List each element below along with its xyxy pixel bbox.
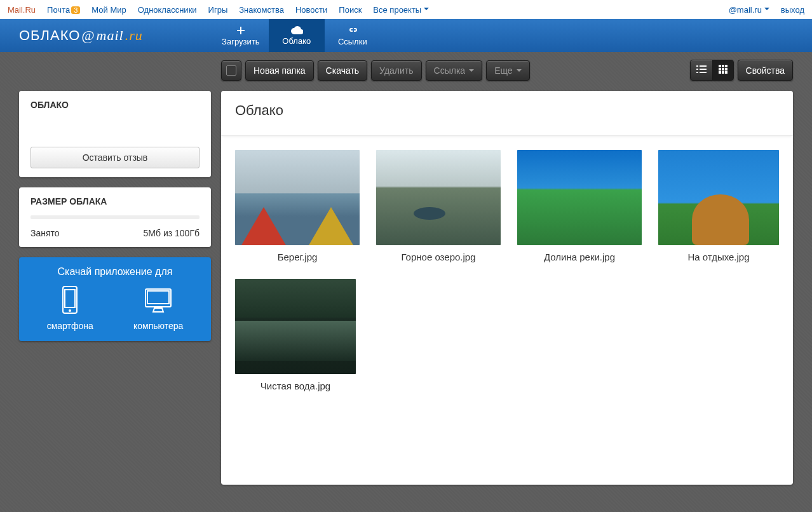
promo-title: Скачай приложение для — [27, 266, 203, 278]
svg-rect-4 — [147, 291, 169, 304]
select-all-checkbox[interactable] — [221, 60, 241, 81]
portal-bar: Mail.Ru Почта3 Мой Мир Одноклассники Игр… — [0, 0, 812, 19]
desktop-icon — [142, 285, 175, 316]
logo-oblako: ОБЛАКО — [19, 27, 80, 44]
promo-panel: Скачай приложение для смартфона компьюте… — [19, 257, 211, 341]
chevron-down-icon — [424, 8, 429, 13]
more-button-label: Еще — [494, 65, 513, 76]
promo-computer-label: компьютера — [133, 321, 183, 331]
toolbar: Новая папка Скачать Удалить Ссылка Еще С… — [221, 60, 793, 81]
view-switch — [690, 60, 734, 81]
file-name: Долина реки.jpg — [517, 252, 642, 262]
nav-links-label: Ссылки — [338, 37, 367, 46]
logo[interactable]: ОБЛАКО @ mail .ru — [19, 27, 143, 44]
file-thumbnail — [517, 150, 642, 245]
file-name: Чистая вода.jpg — [235, 381, 356, 391]
logo-at: @ — [81, 27, 95, 44]
nav-cloud-label: Облако — [282, 36, 311, 46]
portal-link-allprojects[interactable]: Все проекты — [373, 5, 429, 15]
main-panel: Облако Берег.jpg Горное озеро.jpg Долина… — [221, 91, 793, 485]
file-thumbnail — [235, 279, 356, 374]
chevron-down-icon — [764, 8, 769, 13]
portal-link-news[interactable]: Новости — [295, 5, 327, 15]
link-button-label: Ссылка — [434, 65, 466, 76]
logo-mail: mail — [97, 27, 124, 44]
file-item[interactable]: Чистая вода.jpg — [235, 279, 356, 391]
file-name: Горное озеро.jpg — [376, 252, 501, 262]
view-list-button[interactable] — [691, 60, 712, 80]
promo-apps: смартфона компьютера — [27, 285, 203, 331]
toolbar-left: Новая папка Скачать Удалить Ссылка Еще — [221, 60, 530, 81]
storage-used-value: 5Мб из 100Гб — [144, 228, 200, 238]
logo-ru: .ru — [125, 27, 143, 44]
chevron-down-icon — [517, 69, 522, 74]
file-item[interactable]: Горное озеро.jpg — [376, 150, 501, 262]
svg-point-2 — [69, 309, 71, 312]
portal-link-games[interactable]: Игры — [208, 5, 228, 15]
file-item[interactable]: Долина реки.jpg — [517, 150, 642, 262]
columns: ОБЛАКО Оставить отзыв РАЗМЕР ОБЛАКА Заня… — [19, 91, 793, 485]
portal-link-mymir[interactable]: Мой Мир — [91, 5, 126, 15]
checkbox-icon — [226, 65, 236, 76]
storage-used-label: Занято — [30, 228, 60, 238]
more-button[interactable]: Еще — [486, 60, 530, 81]
file-item[interactable]: Берег.jpg — [235, 150, 360, 262]
nav-cloud[interactable]: Облако — [269, 19, 325, 52]
list-icon — [696, 65, 707, 74]
size-panel: РАЗМЕР ОБЛАКА Занято 5Мб из 100Гб — [19, 187, 211, 247]
portal-link-mail[interactable]: Почта3 — [47, 5, 80, 15]
body-area: Новая папка Скачать Удалить Ссылка Еще С… — [0, 52, 812, 512]
cloud-icon — [290, 26, 303, 35]
nav-links[interactable]: Ссылки — [325, 19, 381, 52]
cloud-panel: ОБЛАКО Оставить отзыв — [19, 91, 211, 177]
logout-link[interactable]: выход — [781, 5, 804, 15]
sidebar: ОБЛАКО Оставить отзыв РАЗМЕР ОБЛАКА Заня… — [19, 91, 211, 485]
file-thumbnail — [658, 150, 779, 245]
file-thumbnail — [376, 150, 501, 245]
nav-upload[interactable]: Загрузить — [213, 19, 269, 52]
page-title: Облако — [221, 91, 793, 136]
portal-right: @mail.ru выход — [729, 5, 804, 15]
review-button[interactable]: Оставить отзыв — [30, 147, 200, 168]
svg-rect-1 — [65, 290, 75, 307]
properties-button[interactable]: Свойства — [738, 60, 793, 81]
portal-user-menu[interactable]: @mail.ru — [729, 5, 769, 15]
storage-row: Занято 5Мб из 100Гб — [30, 228, 200, 238]
storage-bar — [30, 215, 200, 219]
portal-link-search[interactable]: Поиск — [339, 5, 362, 15]
mail-badge: 3 — [71, 6, 80, 14]
file-item[interactable]: На отдыхе.jpg — [658, 150, 779, 262]
file-name: На отдыхе.jpg — [658, 252, 779, 262]
link-button[interactable]: Ссылка — [426, 60, 483, 81]
promo-smartphone-label: смартфона — [47, 321, 93, 331]
portal-link-mail-label: Почта — [47, 5, 70, 15]
view-grid-button[interactable] — [712, 60, 733, 80]
download-button[interactable]: Скачать — [318, 60, 368, 81]
portal-link-ok[interactable]: Одноклассники — [138, 5, 197, 15]
link-icon — [348, 25, 358, 36]
plus-icon — [236, 25, 246, 36]
new-folder-button[interactable]: Новая папка — [245, 60, 314, 81]
portal-link-allprojects-label: Все проекты — [373, 5, 421, 15]
promo-smartphone[interactable]: смартфона — [47, 285, 93, 331]
grid-icon — [719, 65, 727, 74]
portal-link-mailru[interactable]: Mail.Ru — [8, 5, 36, 15]
app-header: ОБЛАКО @ mail .ru Загрузить Облако Ссылк… — [0, 19, 812, 52]
smartphone-icon — [57, 285, 83, 316]
size-panel-title: РАЗМЕР ОБЛАКА — [30, 196, 200, 206]
chevron-down-icon — [469, 69, 474, 74]
delete-button[interactable]: Удалить — [371, 60, 421, 81]
portal-link-dating[interactable]: Знакомства — [239, 5, 284, 15]
nav-upload-label: Загрузить — [222, 37, 259, 46]
portal-user-label: @mail.ru — [729, 5, 762, 15]
portal-links: Mail.Ru Почта3 Мой Мир Одноклассники Игр… — [8, 5, 429, 15]
file-thumbnail — [235, 150, 360, 245]
promo-computer[interactable]: компьютера — [133, 285, 183, 331]
cloud-panel-title: ОБЛАКО — [30, 100, 200, 110]
toolbar-right: Свойства — [690, 60, 793, 81]
file-name: Берег.jpg — [235, 252, 360, 262]
app-nav: Загрузить Облако Ссылки — [213, 19, 381, 52]
file-grid: Берег.jpg Горное озеро.jpg Долина реки.j… — [221, 136, 793, 405]
